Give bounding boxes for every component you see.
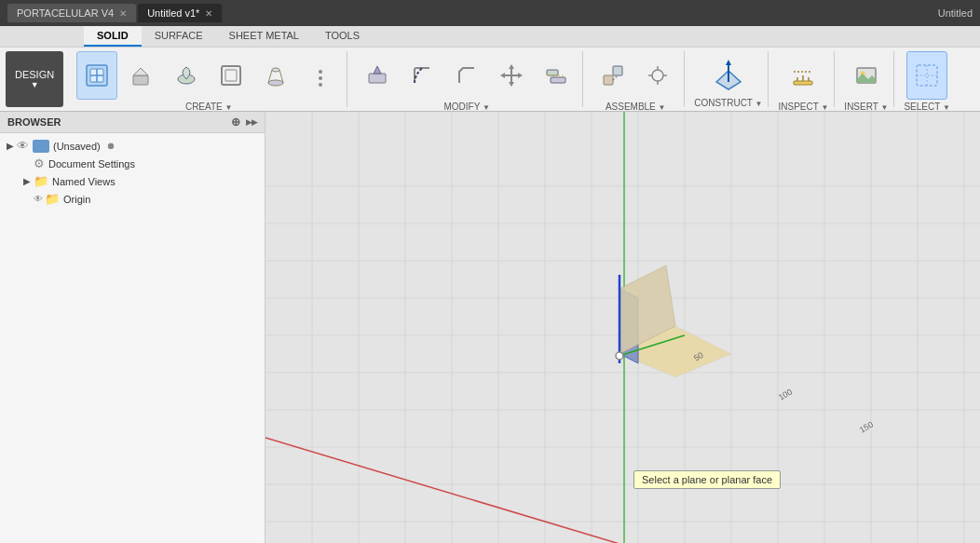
svg-point-9: [268, 80, 283, 86]
new-component-icon[interactable]: [76, 51, 117, 100]
svg-point-10: [272, 68, 279, 72]
modify-label: MODIFY ▼: [443, 102, 489, 112]
group-create: CREATE ▼: [71, 51, 347, 107]
tree-arrow-namedviews: ▶: [20, 176, 34, 186]
svg-marker-22: [500, 73, 505, 78]
svg-line-29: [613, 75, 618, 80]
group-construct: CONSTRUCT ▼: [688, 51, 769, 107]
tab-sheet-metal[interactable]: SHEET METAL: [216, 26, 312, 47]
tab-surface[interactable]: SURFACE: [142, 26, 216, 47]
title-bar: PORTACELULAR V4 ✕ Untitled v1* ✕ Untitle…: [0, 0, 980, 26]
svg-rect-46: [917, 65, 937, 86]
tab-portacelular[interactable]: PORTACELULAR V4 ✕: [7, 4, 136, 22]
origin-eye-icon: 👁: [34, 194, 43, 204]
press-pull-icon[interactable]: [357, 51, 398, 100]
tab-tools[interactable]: TOOLS: [312, 26, 373, 47]
browser-collapse-icon[interactable]: ▸▸: [246, 115, 257, 129]
insert-icons: [846, 51, 887, 100]
create-icons: [76, 51, 341, 100]
svg-rect-28: [613, 66, 622, 75]
insert-image-icon[interactable]: [846, 51, 887, 100]
loft-icon[interactable]: [255, 51, 296, 100]
unsaved-color-box: [33, 140, 49, 153]
assemble-icons: [592, 51, 678, 100]
tree-label-origin: Origin: [63, 194, 90, 205]
tree-item-origin[interactable]: ▶ 👁 📁 Origin: [0, 190, 265, 208]
svg-rect-27: [604, 75, 613, 85]
svg-rect-7: [222, 66, 240, 85]
create-label: CREATE ▼: [185, 102, 233, 112]
inspect-label: INSPECT ▼: [778, 102, 828, 112]
move-icon[interactable]: [491, 51, 532, 100]
tab-untitled-label: Untitled v1*: [147, 7, 199, 19]
ribbon-tabs: SOLID SURFACE SHEET METAL TOOLS: [0, 26, 980, 48]
extrude-icon[interactable]: [121, 51, 162, 100]
browser-panel: BROWSER ⊕ ▸▸ ▶ 👁 (Unsaved) ⏺ ▶ ⚙ Documen…: [0, 112, 265, 543]
revolve-icon[interactable]: [166, 51, 207, 100]
fillet-icon[interactable]: [402, 51, 442, 100]
tree-label-unsaved: (Unsaved): [53, 141, 101, 152]
insert-label: INSERT ▼: [844, 102, 888, 112]
gear-icon: ⚙: [34, 156, 45, 170]
create-more-icon[interactable]: [300, 51, 341, 100]
svg-marker-20: [509, 64, 514, 69]
ribbon-content: DESIGN ▼: [0, 48, 980, 111]
design-label: DESIGN: [15, 69, 54, 80]
tree-item-unsaved[interactable]: ▶ 👁 (Unsaved) ⏺: [0, 137, 265, 155]
shell-icon[interactable]: [211, 51, 252, 100]
group-select: SELECT ▼: [898, 51, 955, 107]
design-button[interactable]: DESIGN ▼: [6, 51, 63, 107]
origin-folder-icon: 📁: [45, 192, 60, 206]
folder-icon: 📁: [34, 174, 48, 188]
tree-label-document-settings: Document Settings: [48, 158, 135, 170]
inspect-icons: [783, 51, 823, 100]
svg-rect-16: [369, 74, 386, 83]
svg-point-15: [319, 83, 322, 87]
svg-rect-8: [225, 70, 237, 81]
tree-item-document-settings[interactable]: ▶ ⚙ Document Settings: [0, 155, 265, 172]
svg-marker-5: [133, 68, 148, 75]
construct-icons: [708, 51, 749, 96]
record-icon: ⏺: [106, 141, 116, 151]
viewport[interactable]: 50 100 150 Select a plane or planar face: [265, 112, 980, 543]
tab-solid[interactable]: SOLID: [84, 26, 142, 47]
svg-marker-23: [518, 73, 523, 78]
ribbon: SOLID SURFACE SHEET METAL TOOLS DESIGN ▼: [0, 26, 980, 112]
tab-portacelular-close[interactable]: ✕: [119, 8, 127, 19]
browser-title: BROWSER: [7, 116, 61, 128]
browser-header-right: ⊕ ▸▸: [231, 115, 257, 129]
group-insert: INSERT ▼: [838, 51, 894, 107]
app-title: Untitled: [938, 7, 973, 19]
svg-marker-37: [726, 60, 731, 65]
svg-point-83: [616, 352, 623, 360]
tree-arrow-unsaved: ▶: [4, 141, 17, 151]
select-icons: [906, 51, 947, 100]
measure-icon[interactable]: [783, 51, 823, 100]
assemble-label: ASSEMBLE ▼: [606, 102, 666, 112]
joint-icon[interactable]: [592, 51, 633, 100]
tree-label-named-views: Named Views: [52, 176, 116, 187]
tab-untitled-close[interactable]: ✕: [205, 8, 212, 19]
svg-rect-38: [794, 81, 812, 85]
tab-portacelular-label: PORTACELULAR V4: [17, 7, 114, 19]
group-assemble: ASSEMBLE ▼: [587, 51, 685, 107]
chamfer-icon[interactable]: [446, 51, 487, 100]
svg-point-13: [319, 70, 322, 74]
browser-header: BROWSER ⊕ ▸▸: [0, 112, 265, 133]
svg-marker-21: [509, 82, 514, 87]
browser-settings-icon[interactable]: ⊕: [231, 115, 240, 129]
construct-plane-icon[interactable]: [708, 51, 749, 96]
select-tool-icon[interactable]: [906, 51, 947, 100]
svg-point-30: [652, 70, 663, 81]
align-icon[interactable]: [536, 51, 577, 100]
select-label: SELECT ▼: [904, 102, 949, 112]
design-caret: ▼: [31, 80, 39, 89]
tree-item-named-views[interactable]: ▶ 📁 Named Views: [0, 172, 265, 190]
joint-origin-icon[interactable]: [637, 51, 678, 100]
construct-label: CONSTRUCT ▼: [694, 98, 762, 108]
tab-untitled[interactable]: Untitled v1* ✕: [138, 4, 222, 22]
main-area: BROWSER ⊕ ▸▸ ▶ 👁 (Unsaved) ⏺ ▶ ⚙ Documen…: [0, 112, 980, 543]
group-modify: MODIFY ▼: [351, 51, 583, 107]
modify-icons: [357, 51, 577, 100]
svg-point-14: [319, 76, 322, 80]
